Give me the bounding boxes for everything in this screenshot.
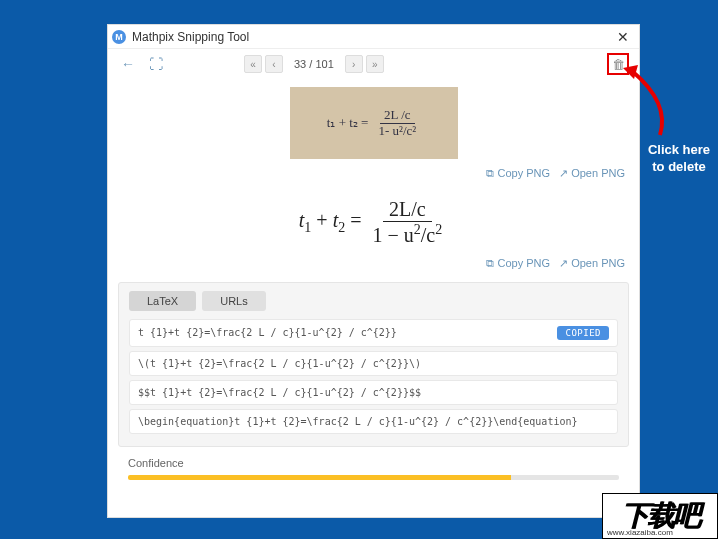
r-numerator: 2L/c — [383, 198, 432, 222]
tabs: LaTeX URLs — [129, 291, 618, 311]
annotation-callout: Click here to delete — [643, 142, 715, 176]
confidence-label: Confidence — [128, 457, 619, 469]
screenshot-icon[interactable]: ⛶ — [146, 56, 166, 72]
code-text-3: \begin{equation}t_{1}+t_{2}=\frac{2 L / … — [138, 416, 609, 427]
open-icon: ↗ — [559, 257, 568, 269]
hw-denominator: 1- u²/c² — [374, 124, 420, 138]
watermark: 下载吧 www.xiazaiba.com — [602, 493, 718, 539]
delete-button[interactable]: 🗑 — [607, 53, 629, 75]
snip-image: t₁ + t₂ = 2L /c 1- u²/c² — [290, 87, 458, 159]
open-png-label: Open PNG — [571, 167, 625, 179]
r-fraction: 2L/c 1 − u2/c2 — [366, 198, 448, 247]
hw-left: t₁ + t₂ = — [327, 115, 369, 131]
code-row-1[interactable]: \(t_{1}+t_{2}=\frac{2 L / c}{1-u^{2} / c… — [129, 351, 618, 376]
content-area: t₁ + t₂ = 2L /c 1- u²/c² ⧉ Copy PNG ↗ Op… — [108, 79, 639, 517]
app-title: Mathpix Snipping Tool — [132, 30, 249, 44]
code-text-2: $$t_{1}+t_{2}=\frac{2 L / c}{1-u^{2} / c… — [138, 387, 609, 398]
render-actions: ⧉ Copy PNG ↗ Open PNG — [118, 255, 629, 276]
nav-first-button[interactable]: « — [244, 55, 262, 73]
tab-urls[interactable]: URLs — [202, 291, 266, 311]
copy-png-label: Copy PNG — [497, 167, 550, 179]
app-logo-icon: M — [112, 30, 126, 44]
callout-line1: Click here — [643, 142, 715, 159]
open-png-button-2[interactable]: ↗ Open PNG — [559, 257, 625, 269]
code-text-0: t_{1}+t_{2}=\frac{2 L / c}{1-u^{2} / c^{… — [138, 327, 549, 338]
watermark-url: www.xiazaiba.com — [607, 528, 673, 537]
r-plus: + — [311, 209, 332, 231]
app-window: M Mathpix Snipping Tool ✕ ← ⛶ « ‹ 33 / 1… — [107, 24, 640, 518]
hw-numerator: 2L /c — [380, 108, 415, 123]
open-icon: ↗ — [559, 167, 568, 179]
tab-latex[interactable]: LaTeX — [129, 291, 196, 311]
code-row-3[interactable]: \begin{equation}t_{1}+t_{2}=\frac{2 L / … — [129, 409, 618, 434]
page-counter: 33 / 101 — [294, 58, 334, 70]
close-button[interactable]: ✕ — [611, 29, 635, 45]
handwriting-formula: t₁ + t₂ = 2L /c 1- u²/c² — [327, 108, 420, 138]
back-icon[interactable]: ← — [118, 56, 138, 72]
nav-group: « ‹ 33 / 101 › » — [244, 55, 384, 73]
nav-next-button[interactable]: › — [345, 55, 363, 73]
titlebar: M Mathpix Snipping Tool ✕ — [108, 25, 639, 49]
toolbar: ← ⛶ « ‹ 33 / 101 › » 🗑 — [108, 49, 639, 79]
hw-fraction: 2L /c 1- u²/c² — [374, 108, 420, 138]
open-png-button[interactable]: ↗ Open PNG — [559, 167, 625, 179]
copy-icon: ⧉ — [486, 257, 494, 269]
copy-png-label-2: Copy PNG — [497, 257, 550, 269]
snip-actions: ⧉ Copy PNG ↗ Open PNG — [118, 165, 629, 186]
r-eq: = — [345, 209, 366, 231]
callout-line2: to delete — [643, 159, 715, 176]
trash-icon: 🗑 — [612, 57, 625, 72]
titlebar-left: M Mathpix Snipping Tool — [112, 30, 249, 44]
open-png-label-2: Open PNG — [571, 257, 625, 269]
r-denominator: 1 − u2/c2 — [366, 222, 448, 247]
code-row-2[interactable]: $$t_{1}+t_{2}=\frac{2 L / c}{1-u^{2} / c… — [129, 380, 618, 405]
copy-icon: ⧉ — [486, 167, 494, 179]
copy-png-button-2[interactable]: ⧉ Copy PNG — [486, 257, 553, 269]
output-panel: LaTeX URLs t_{1}+t_{2}=\frac{2 L / c}{1-… — [118, 282, 629, 447]
code-text-1: \(t_{1}+t_{2}=\frac{2 L / c}{1-u^{2} / c… — [138, 358, 609, 369]
nav-prev-button[interactable]: ‹ — [265, 55, 283, 73]
code-row-0[interactable]: t_{1}+t_{2}=\frac{2 L / c}{1-u^{2} / c^{… — [129, 319, 618, 347]
nav-last-button[interactable]: » — [366, 55, 384, 73]
confidence-section: Confidence — [118, 447, 629, 488]
toolbar-right: 🗑 — [607, 53, 629, 75]
rendered-equation: t1 + t2 = 2L/c 1 − u2/c2 — [118, 186, 629, 255]
copied-badge: COPIED — [557, 326, 609, 340]
copy-png-button[interactable]: ⧉ Copy PNG — [486, 167, 553, 179]
confidence-bar — [128, 475, 619, 480]
